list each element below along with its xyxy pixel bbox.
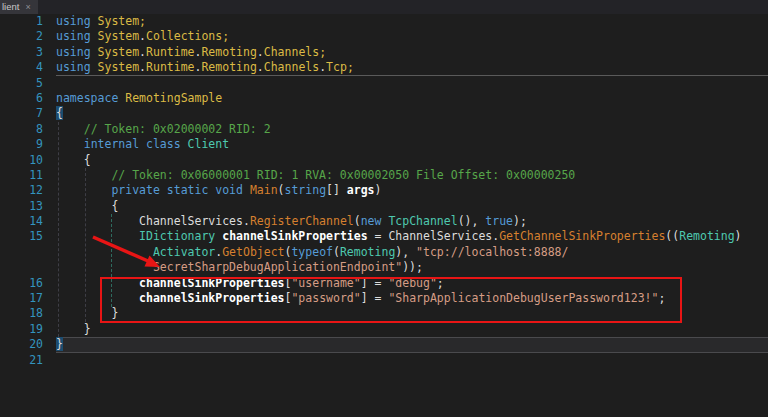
tab-bar: lient × [0, 0, 768, 14]
token-st: "tcp://localhost:8888/ [416, 245, 568, 259]
token-pl: . [139, 45, 146, 59]
token-pl: (), [458, 214, 486, 228]
token-kw: typeof [291, 245, 333, 259]
code-line: Activator.GetObject(typeof(Remoting), "t… [0, 245, 768, 260]
token-ns: ; [222, 29, 229, 43]
code-text[interactable]: // Token: 0x06000001 RID: 1 RVA: 0x00002… [56, 168, 768, 183]
token-pl [56, 137, 84, 151]
code-text[interactable]: // Token: 0x02000002 RID: 2 [56, 122, 768, 137]
code-lines: 1using System;2using System.Collections;… [0, 14, 768, 368]
token-kw: using [56, 14, 98, 28]
line-number: 13 [0, 199, 56, 214]
token-kw: namespace [56, 91, 125, 105]
code-text[interactable]: using System.Runtime.Remoting.Channels.T… [56, 60, 768, 75]
code-text[interactable]: { [56, 153, 768, 168]
code-text[interactable]: internal class Client [56, 137, 768, 152]
code-text[interactable]: using System.Collections; [56, 29, 768, 44]
indent-guide [111, 214, 112, 306]
code-line: 14 ChannelServices.RegisterChannel(new T… [0, 214, 768, 229]
decompiler-window: lient × 1using System;2using System.Coll… [0, 0, 768, 417]
code-text[interactable]: { [56, 199, 768, 214]
token-kw: using [56, 60, 98, 74]
token-pl: = ChannelServices. [368, 229, 500, 243]
code-text[interactable]: using System; [56, 14, 768, 29]
line-number: 5 [0, 76, 56, 91]
close-icon[interactable]: × [25, 0, 30, 14]
indent-guide [85, 168, 86, 322]
code-editor[interactable]: 1using System;2using System.Collections;… [0, 14, 768, 417]
token-pl: (( [665, 229, 679, 243]
code-text[interactable]: } [56, 306, 768, 321]
token-ns: System [98, 14, 140, 28]
code-line: SecretSharpDebugApplicationEndpoint")); [0, 260, 768, 275]
line-number: 1 [0, 14, 56, 29]
code-text[interactable]: SecretSharpDebugApplicationEndpoint")); [56, 260, 768, 275]
token-pl [56, 260, 153, 274]
token-pl: ) [735, 229, 742, 243]
code-line: 16 channelSinkProperties["username"] = "… [0, 276, 768, 291]
token-pl [56, 168, 111, 182]
token-pl: ; [658, 291, 665, 305]
code-text[interactable]: using System.Runtime.Remoting.Channels; [56, 45, 768, 60]
code-text[interactable]: namespace RemotingSample [56, 91, 768, 106]
code-text[interactable]: private static void Main(string[] args) [56, 183, 768, 198]
token-pl: ( [278, 183, 285, 197]
token-pl: ), [395, 245, 416, 259]
code-text[interactable]: } [56, 322, 768, 337]
token-pl: . [257, 45, 264, 59]
token-ty: Remoting [340, 245, 395, 259]
code-line: 19 } [0, 322, 768, 337]
line-number: 8 [0, 122, 56, 137]
code-text[interactable] [56, 76, 768, 91]
token-ns: Runtime [146, 60, 194, 74]
token-st: "SharpApplicationDebugUserPassword123!" [388, 291, 658, 305]
code-text[interactable] [56, 353, 768, 368]
token-cm: // Token: 0x02000002 RID: 2 [84, 122, 271, 136]
line-number: 9 [0, 137, 56, 152]
token-pl [56, 245, 153, 259]
token-pl [56, 276, 139, 290]
token-me: GetChannelSinkProperties [499, 229, 665, 243]
token-ns: System [98, 29, 140, 43]
code-line: 4using System.Runtime.Remoting.Channels.… [0, 60, 768, 75]
token-ns: ; [347, 60, 354, 74]
token-pl [56, 183, 111, 197]
code-line: 20} [0, 337, 768, 352]
code-line: 7{ [0, 106, 768, 121]
token-st: SecretSharpDebugApplicationEndpoint" [153, 260, 402, 274]
token-ty: Client [188, 137, 230, 151]
token-loc: channelSinkProperties [139, 276, 284, 290]
line-number: 19 [0, 322, 56, 337]
token-ns: System [98, 60, 140, 74]
token-kw: private static void [111, 183, 249, 197]
token-ns: Channels [264, 60, 319, 74]
token-pl: . [139, 60, 146, 74]
code-text[interactable]: IDictionary channelSinkProperties = Chan… [56, 229, 768, 244]
token-pl: ( [354, 214, 361, 228]
token-kw: true [485, 214, 513, 228]
token-ns: Channels [264, 45, 319, 59]
token-pl: ); [513, 214, 527, 228]
line-number: 21 [0, 353, 56, 368]
code-text[interactable]: Activator.GetObject(typeof(Remoting), "t… [56, 245, 768, 260]
code-line: 8 // Token: 0x02000002 RID: 2 [0, 122, 768, 137]
code-text[interactable]: ChannelServices.RegisterChannel(new TcpC… [56, 214, 768, 229]
tab-client[interactable]: lient × [0, 0, 38, 14]
token-me: Main [250, 183, 278, 197]
code-text[interactable]: } [56, 337, 768, 352]
token-me: RegisterChannel [250, 214, 354, 228]
line-number: 15 [0, 229, 56, 244]
token-pl [56, 122, 84, 136]
line-number: 20 [0, 337, 56, 352]
code-text[interactable]: channelSinkProperties["username"] = "deb… [56, 276, 768, 291]
token-ty: Activator [153, 245, 215, 259]
code-text[interactable]: { [56, 106, 768, 121]
token-pl: ( [333, 245, 340, 259]
token-pl: { [56, 153, 91, 167]
indent-guide [58, 122, 59, 338]
token-st: "debug" [388, 276, 436, 290]
code-text[interactable]: channelSinkProperties["password"] = "Sha… [56, 291, 768, 306]
code-line: 6namespace RemotingSample [0, 91, 768, 106]
tab-label: lient [2, 0, 19, 14]
token-pl: ] = [361, 291, 389, 305]
